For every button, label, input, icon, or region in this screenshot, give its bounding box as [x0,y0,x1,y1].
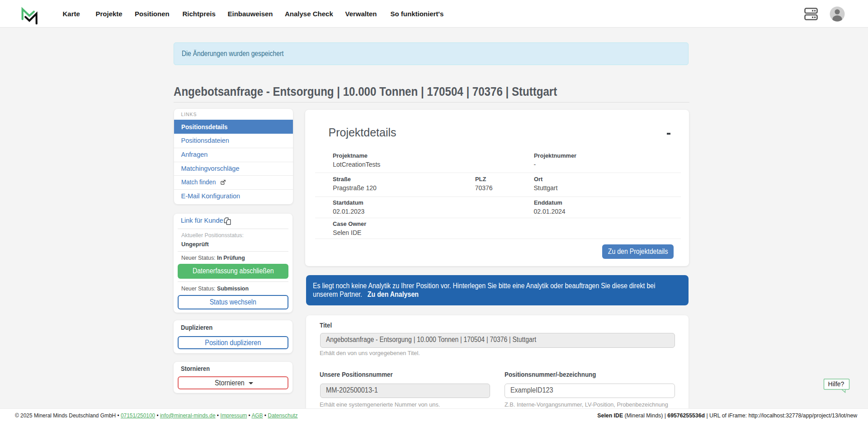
svg-text:Hilfe?: Hilfe? [828,380,844,388]
